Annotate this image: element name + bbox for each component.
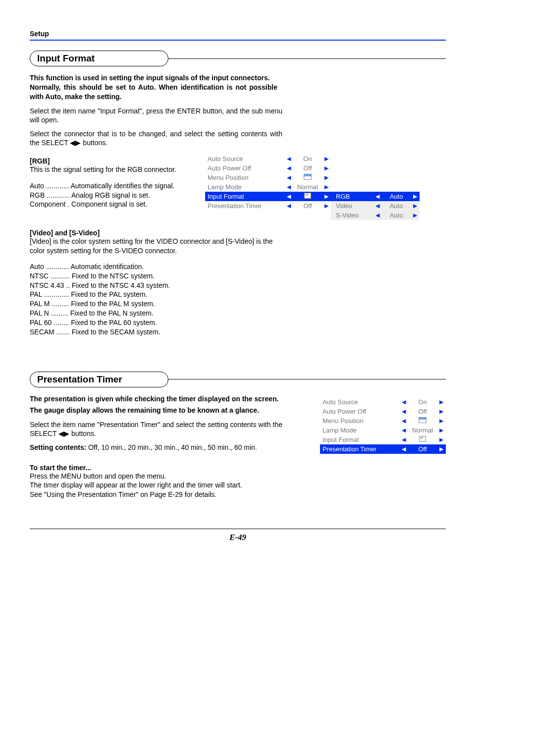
section-title-line: [168, 58, 446, 59]
table-row: Menu Position◀▶: [320, 416, 446, 426]
osd-input-format: Auto Source◀On▶Auto Power Off◀Off▶Menu P…: [205, 154, 420, 220]
list-item: SECAM ....... Fixed to the SECAM system.: [30, 327, 446, 337]
pt-intro1: The presentation is given while checking…: [30, 394, 282, 404]
list-item: NTSC 4.43 .. Fixed to the NTSC 4.43 syst…: [30, 281, 446, 290]
section-title-presentation-timer: Presentation Timer: [30, 372, 168, 387]
pt-settings: Setting contents: Off, 10 min., 20 min.,…: [30, 443, 297, 452]
list-item: RGB ............ Analog RGB signal is se…: [30, 191, 203, 200]
video-desc: [Video] is the color system setting for …: [30, 237, 282, 255]
list-item: NTSC .......... Fixed to the NTSC system…: [30, 271, 446, 281]
pt-start-head: To start the timer...: [30, 464, 297, 472]
table-row: Auto Power Off◀Off▶: [205, 163, 420, 173]
table-row: Lamp Mode◀Normal▶: [205, 182, 420, 192]
window-icon: [304, 174, 312, 180]
table-row: Auto Power Off◀Off▶: [320, 407, 446, 416]
pt-intro2: The gauge display allows the remaining t…: [30, 406, 282, 415]
table-row: S-Video◀Auto▶: [205, 211, 420, 220]
bottom-rule: [30, 529, 446, 529]
pt-settings-label: Setting contents:: [30, 443, 86, 451]
input-format-intro: This function is used in setting the inp…: [30, 73, 277, 102]
video-heading: [Video] and [S-Video]: [30, 229, 446, 237]
rgb-list: Auto ............ Automatically identifi…: [30, 181, 203, 210]
section-title-line-2: [168, 379, 446, 379]
list-item: Auto ............ Automatically identifi…: [30, 181, 203, 191]
table-row: Auto Source◀On▶: [320, 397, 446, 407]
rgb-heading: [RGB]: [30, 157, 203, 165]
section-title-input-format: Input Format: [30, 51, 168, 66]
list-item: Component . Component signal is set.: [30, 200, 203, 209]
input-format-body2: Select the connector that is to be chang…: [30, 129, 282, 147]
section-input-format-title: Input Format: [30, 51, 446, 66]
list-item: PAL M ......... Fixed to the PAL M syste…: [30, 299, 446, 309]
rgb-desc: This is the signal setting for the RGB c…: [30, 165, 203, 174]
input-format-body1: Select the item name "Input Format", pre…: [30, 107, 282, 124]
list-item: PAL N ......... Fixed to the PAL N syste…: [30, 309, 446, 318]
table-row: Presentation Timer◀Off▶Video◀Auto▶: [205, 201, 420, 211]
table-row: Lamp Mode◀Normal▶: [320, 426, 446, 435]
table-row: Presentation Timer◀Off▶: [320, 444, 446, 454]
video-list: Auto ............ Automatic identificati…: [30, 262, 446, 337]
submenu-icon: [419, 436, 426, 442]
table-row: Auto Source◀On▶: [205, 154, 420, 163]
list-item: Auto ............ Automatic identificati…: [30, 262, 446, 271]
page-number: E-49: [30, 533, 446, 542]
pt-settings-val: Off, 10 min., 20 min., 30 min., 40 min.,…: [86, 443, 257, 451]
table-row: Input Format◀▶: [320, 435, 446, 444]
window-icon: [419, 417, 427, 423]
setup-header: Setup: [30, 30, 446, 41]
pt-start-l1: Press the MENU button and open the menu.: [30, 472, 297, 481]
pt-start-l3: See "Using the Presentation Timer" on Pa…: [30, 490, 297, 499]
table-row: Menu Position◀▶: [205, 173, 420, 182]
list-item: PAL 60 ........ Fixed to the PAL 60 syst…: [30, 318, 446, 327]
list-item: PAL ............. Fixed to the PAL syste…: [30, 290, 446, 299]
table-row: Input Format◀▶RGB◀Auto▶: [205, 192, 420, 201]
submenu-icon: [304, 193, 311, 199]
osd-presentation-timer: Auto Source◀On▶Auto Power Off◀Off▶Menu P…: [320, 397, 446, 454]
pt-body: Select the item name "Presentation Timer…: [30, 420, 282, 438]
pt-start-l2: The timer display will appear at the low…: [30, 481, 297, 489]
section-presentation-timer-title: Presentation Timer: [30, 372, 446, 387]
